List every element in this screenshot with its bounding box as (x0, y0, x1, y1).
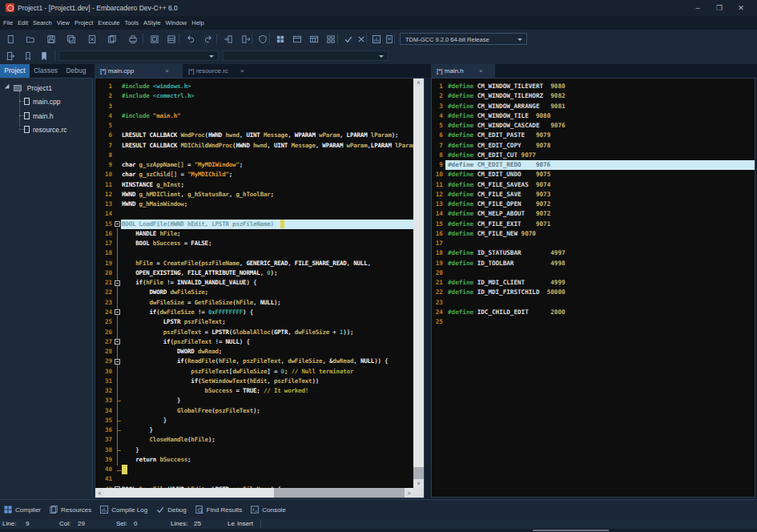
menu-tools[interactable]: Tools (122, 16, 141, 30)
fold-marker-icon[interactable] (115, 359, 120, 365)
horizontal-scrollbar[interactable]: ˂ ˃ (95, 488, 413, 498)
line-number: 2 (432, 91, 443, 101)
shield-icon[interactable] (256, 32, 270, 46)
fold-marker-icon[interactable] (115, 221, 120, 227)
resize-grip (533, 530, 609, 531)
all-grid-icon[interactable] (324, 32, 338, 46)
menu-project[interactable]: Project (72, 16, 95, 30)
toolbar-separator (143, 34, 143, 44)
print-icon[interactable] (126, 32, 140, 46)
bottom-tab-console[interactable]: Console (247, 505, 285, 514)
member-select[interactable] (223, 50, 389, 61)
fold-marker-icon[interactable] (115, 280, 120, 286)
code-line: #define CM_WINDOW_TILEHORZ 9082 (448, 91, 566, 101)
toolbar-main: TDM-GCC 9.2.0 64-bit Release (0, 30, 757, 48)
scroll-right-icon[interactable]: ˃ (405, 488, 413, 498)
panel-tab-classes[interactable]: Classes (30, 64, 62, 78)
menu-astyle[interactable]: AStyle (141, 16, 163, 30)
line-number: 22 (432, 288, 443, 297)
scroll-up-icon[interactable]: ˄ (413, 79, 424, 87)
code-line: #define CM_EDIT_COPY 9078 (448, 141, 550, 151)
panel-tab-project[interactable]: Project (0, 64, 30, 78)
code-line: #define CM_WINDOW_TILEVERT 9080 (448, 82, 566, 91)
editor-tab-resource.rc[interactable]: [*] resource.rc× (183, 64, 256, 78)
restore-button[interactable]: ❐ (708, 0, 731, 16)
title-bar: Project1 - [Project1.dev] - Embarcadero … (0, 0, 757, 16)
status-value: 0 (134, 520, 137, 527)
run-window-icon[interactable] (290, 32, 304, 46)
minimize-button[interactable]: – (687, 0, 709, 16)
line-number: 34 (95, 406, 112, 416)
line-number: 20 (95, 268, 112, 278)
open-folder-icon[interactable] (23, 32, 38, 46)
scroll-down-icon[interactable]: ˅ (413, 479, 424, 488)
undo-icon[interactable] (183, 32, 198, 46)
bottom-tab-resources[interactable]: Resources (46, 505, 91, 514)
import-icon[interactable] (221, 32, 236, 46)
toolbar-separator (216, 34, 217, 44)
code-line: #define CM_WINDOW_ARRANGE 9081 (448, 102, 566, 111)
code-line: return bSuccess; (122, 455, 191, 465)
bottom-tab-compiler[interactable]: Compiler (0, 505, 41, 514)
scroll-left-icon[interactable]: ˂ (95, 488, 104, 498)
bottom-tab-compile-log[interactable]: Compile Log (96, 505, 147, 514)
save-all-icon[interactable] (64, 32, 79, 46)
panel-tab-debug[interactable]: Debug (62, 64, 91, 78)
editor-tab-main.cpp[interactable]: [*] main.cpp× (95, 64, 183, 78)
line-number: 8 (432, 151, 443, 160)
line-number: 40 (95, 465, 112, 474)
package-icon[interactable] (164, 32, 179, 46)
close-tab-icon[interactable]: × (165, 64, 169, 78)
editor-main-h[interactable]: 1#define CM_WINDOW_TILEVERT 90802#define… (431, 78, 755, 498)
menu-help[interactable]: Help (189, 16, 206, 30)
line-number: 32 (95, 386, 112, 396)
line-number: 29 (95, 357, 112, 366)
profile-table-icon[interactable] (307, 32, 321, 46)
goto-door-icon[interactable] (3, 49, 18, 62)
fold-marker-icon[interactable] (115, 309, 120, 315)
menu-edit[interactable]: Edit (15, 16, 30, 30)
vertical-scrollbar[interactable]: ˄ ˅ (413, 79, 424, 488)
redo-icon[interactable] (201, 32, 215, 46)
close-icon[interactable] (85, 32, 99, 46)
menu-view[interactable]: View (54, 16, 72, 30)
code-line: if(hFile != INVALID_HANDLE_VALUE) { (122, 278, 256, 288)
editor-area: 1#include <windows.h>2#include <commctrl… (0, 78, 757, 499)
menu-file[interactable]: File (1, 16, 15, 30)
compile-grid-icon[interactable] (273, 32, 288, 46)
bottom-tab-find-results[interactable]: Find Results (191, 505, 242, 514)
code-line: bSuccess = TRUE; // It worked! (122, 386, 308, 396)
fold-marker-icon[interactable] (115, 339, 120, 345)
menu-search[interactable]: Search (30, 16, 54, 30)
close-all-icon[interactable] (105, 32, 119, 46)
line-number: 23 (95, 298, 112, 308)
line-number: 8 (95, 151, 112, 160)
code-line: if(pszFileText != NULL) { (122, 337, 250, 347)
scrollbar-thumb[interactable] (104, 488, 274, 498)
compiler-select[interactable]: TDM-GCC 9.2.0 64-bit Release (400, 33, 527, 45)
bottom-tab-debug[interactable]: Debug (152, 505, 187, 514)
editor-main-cpp[interactable]: 1#include <windows.h>2#include <commctrl… (95, 78, 425, 498)
bookmark-outline-icon[interactable] (21, 49, 35, 62)
form-icon[interactable] (147, 32, 162, 46)
save-icon[interactable] (44, 32, 58, 46)
line-number: 12 (432, 190, 443, 200)
scrollbar-thumb[interactable] (413, 87, 424, 467)
menu-window[interactable]: Window (163, 16, 190, 30)
code-line: #include <commctrl.h> (122, 91, 195, 101)
code-line: } (122, 396, 180, 405)
editor-tab-main.h[interactable]: [*] main.h× (431, 64, 495, 78)
line-number: 7 (432, 141, 443, 151)
menu-execute[interactable]: Execute (95, 16, 122, 30)
new-file-icon[interactable] (3, 32, 18, 46)
close-tab-icon[interactable]: × (479, 64, 483, 78)
line-number: 37 (95, 435, 112, 445)
close-tab-icon[interactable]: × (240, 64, 244, 78)
toolbar-separator (337, 34, 338, 44)
class-browser-select[interactable] (58, 50, 219, 61)
close-button[interactable]: ✕ (730, 0, 752, 16)
bookmark-filled-icon[interactable] (37, 49, 51, 62)
chevron-down-icon (379, 55, 384, 58)
line-number: 13 (95, 200, 112, 209)
line-number: 1 (432, 82, 443, 91)
